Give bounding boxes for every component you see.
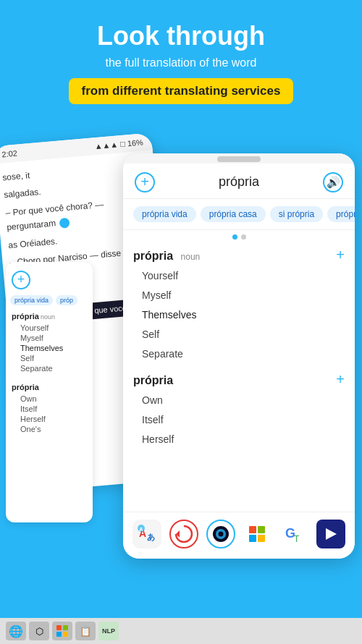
trans-word-2: própria	[133, 374, 173, 387]
phone-notch	[217, 156, 261, 162]
svg-text:T: T	[294, 534, 300, 544]
status-signal: ▲▲▲ □ 16%	[94, 137, 143, 151]
trans-word-1: própria noun	[133, 250, 200, 263]
trans-header-2: própria +	[133, 371, 345, 388]
hero-subtitle: the full translation of the word	[14, 56, 348, 69]
card-body: própria noun + Yourself Myself Themselve…	[123, 241, 355, 545]
service-bar: A あ A	[123, 512, 355, 559]
deepl-icon[interactable]	[206, 520, 235, 548]
taskbar-btn-nlp[interactable]: NLP	[98, 622, 119, 640]
hero-highlight: from different translating services	[69, 78, 294, 104]
dict-add-button[interactable]: +	[12, 271, 30, 289]
taskbar-btn-doc[interactable]: 📋	[75, 622, 96, 640]
dict-tag-1: própria vida	[10, 295, 53, 305]
taskbar-win-sq-4	[63, 632, 68, 637]
win-sq-green	[258, 526, 265, 533]
reverso-icon[interactable]	[169, 520, 198, 548]
taskbar-btn-hex[interactable]: ⬡	[29, 622, 49, 640]
dict-item-own: Own	[12, 394, 87, 404]
card-sound-button[interactable]: 🔊	[323, 172, 343, 192]
svg-point-8	[218, 531, 223, 536]
card-tag-1[interactable]: própria vida	[133, 206, 196, 222]
trans-plus-2[interactable]: +	[336, 371, 345, 388]
taskbar: 🌐 ⬡ 📋 NLP	[0, 618, 362, 644]
dict-item-ones: One's	[12, 424, 87, 434]
trans-separate: Separate	[133, 344, 345, 364]
trans-itself: Itself	[133, 410, 345, 430]
windows-icon[interactable]	[243, 520, 272, 548]
prompt-icon[interactable]	[316, 520, 345, 548]
windows-grid	[249, 526, 265, 542]
trans-header-1: própria noun +	[133, 247, 345, 263]
dict-item-myself: Myself	[12, 333, 87, 343]
trans-plus-1[interactable]: +	[336, 247, 345, 263]
win-sq-blue	[249, 535, 256, 542]
a-trans-svg: A あ A	[134, 521, 160, 547]
google-translate-svg: G T	[283, 523, 305, 545]
dict-item-itself: Itself	[12, 404, 87, 414]
taskbar-btn-globe[interactable]: 🌐	[6, 622, 26, 640]
card-tags-row: própria vida própria casa si própria pró…	[123, 199, 355, 230]
hero-title: Look through	[14, 22, 348, 51]
card-tag-3[interactable]: si própria	[270, 206, 323, 222]
trans-yourself: Yourself	[133, 266, 345, 286]
phone-notch-area	[123, 153, 355, 164]
a-translation-icon[interactable]: A あ A	[132, 520, 161, 548]
google-translate-icon[interactable]: G T	[279, 520, 308, 548]
dot-2	[241, 234, 246, 240]
win-sq-red	[249, 526, 256, 533]
card-add-button[interactable]: +	[135, 172, 155, 192]
dot-1	[232, 234, 237, 240]
card-header: + própria 🔊	[123, 164, 355, 199]
inline-icon	[59, 217, 70, 228]
translation-section-1: própria noun + Yourself Myself Themselve…	[133, 247, 345, 364]
svg-text:A: A	[139, 526, 143, 533]
trans-themselves: Themselves	[133, 305, 345, 325]
reverso-svg	[174, 525, 193, 543]
taskbar-win-sq-2	[63, 625, 68, 630]
dict-word-2: própria	[12, 383, 39, 391]
taskbar-btn-windows[interactable]	[52, 622, 72, 640]
dict-word-1: própria	[12, 312, 39, 321]
hero-section: Look through the full translation of the…	[0, 0, 362, 132]
svg-text:あ: あ	[147, 533, 155, 541]
trans-own: Own	[133, 391, 345, 410]
taskbar-win-sq-1	[56, 625, 62, 630]
left-dict-panel: + própria vida próp própria noun Yoursel…	[6, 262, 93, 522]
trans-myself: Myself	[133, 286, 345, 305]
taskbar-win-grid	[56, 625, 68, 637]
dict-item-yourself: Yourself	[12, 323, 87, 333]
status-time: 2:02	[1, 148, 17, 158]
deepl-svg	[211, 525, 230, 543]
dict-item-themselves: Themselves	[12, 343, 87, 353]
win-sq-yellow	[258, 535, 265, 542]
taskbar-win-sq-3	[56, 632, 62, 637]
dict-tags: própria vida próp	[6, 292, 93, 308]
card-tag-2[interactable]: própria casa	[201, 206, 266, 222]
dict-section-1: própria noun Yourself Myself Themselves …	[6, 308, 93, 375]
dict-item-self: Self	[12, 353, 87, 363]
card-dots	[123, 230, 355, 241]
dict-tag-2: próp	[56, 295, 77, 305]
dict-item-separate: Separate	[12, 363, 87, 373]
trans-self: Self	[133, 325, 345, 344]
translation-section-2: própria + Own Itself Herself	[133, 371, 345, 449]
trans-herself: Herself	[133, 430, 345, 449]
svg-marker-11	[326, 528, 337, 540]
dict-type-1: noun	[41, 313, 55, 321]
card-tag-4[interactable]: própria c	[327, 206, 355, 222]
card-title: própria	[219, 174, 259, 190]
phone-area: 2:02 ▲▲▲ □ 16% sose, it salgadas. – Por …	[0, 132, 362, 588]
front-card: + própria 🔊 própria vida própria casa si…	[123, 153, 355, 559]
dict-section-2: própria Own Itself Herself One's	[6, 379, 93, 436]
dict-item-herself: Herself	[12, 414, 87, 424]
prompt-svg	[321, 525, 340, 543]
